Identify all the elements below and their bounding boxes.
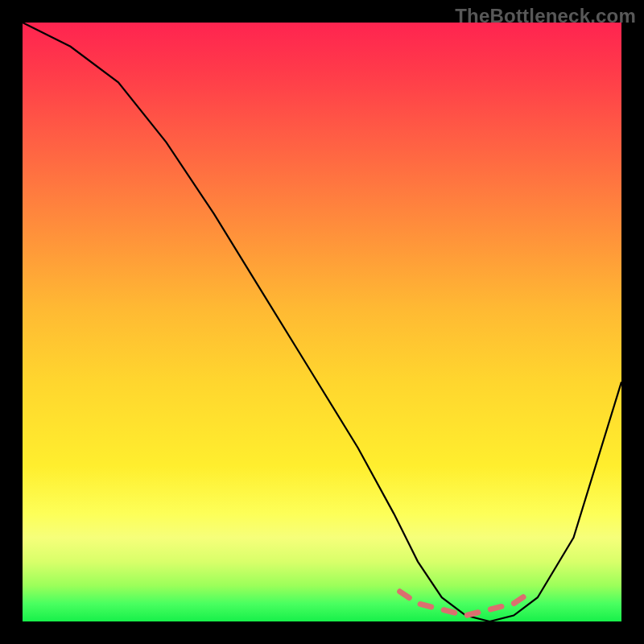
chart-container: TheBottleneck.com xyxy=(0,0,644,644)
chart-svg xyxy=(23,23,621,621)
watermark-text: TheBottleneck.com xyxy=(455,5,636,27)
bottleneck-curve-path xyxy=(23,23,621,621)
highlight-band-path xyxy=(400,592,532,616)
